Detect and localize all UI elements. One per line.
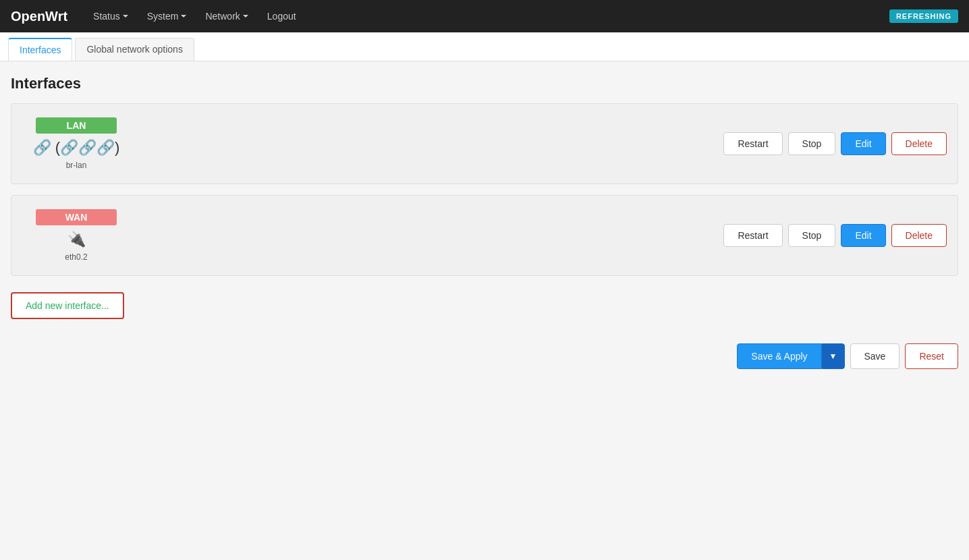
save-apply-caret-button[interactable]: ▼ (822, 343, 845, 369)
nav-logout[interactable]: Logout (258, 0, 306, 32)
lan-restart-button[interactable]: Restart (723, 132, 782, 155)
tab-global-network-options[interactable]: Global network options (75, 38, 194, 61)
wan-stop-button[interactable]: Stop (788, 224, 836, 247)
brand-logo[interactable]: OpenWrt (11, 9, 67, 24)
tab-interfaces[interactable]: Interfaces (8, 38, 72, 61)
lan-label: LAN (36, 117, 117, 134)
lan-device: br-lan (66, 161, 87, 170)
nav-status-caret (123, 15, 128, 18)
interface-card-wan: WAN 🔌 eth0.2 Restart Stop Edit Delete (11, 195, 958, 276)
reset-button[interactable]: Reset (905, 343, 958, 369)
wan-edit-button[interactable]: Edit (841, 224, 885, 247)
nav-status[interactable]: Status (84, 0, 138, 32)
nav-network-caret (243, 15, 248, 18)
nav-network[interactable]: Network (196, 0, 257, 32)
page-title: Interfaces (11, 75, 958, 92)
wan-device: eth0.2 (65, 252, 87, 262)
save-button[interactable]: Save (850, 343, 900, 369)
navbar: OpenWrt Status System Network Logout REF… (0, 0, 969, 32)
main-content: Interfaces LAN 🔗 (🔗🔗🔗) br-lan Restart St… (0, 61, 969, 391)
wan-info: WAN 🔌 eth0.2 (22, 209, 130, 262)
lan-actions: Restart Stop Edit Delete (723, 132, 947, 155)
nav-system[interactable]: System (138, 0, 196, 32)
interface-card-lan: LAN 🔗 (🔗🔗🔗) br-lan Restart Stop Edit Del… (11, 103, 958, 184)
add-interface-button[interactable]: Add new interface... (11, 292, 124, 319)
wan-restart-button[interactable]: Restart (723, 224, 782, 247)
save-apply-group: Save & Apply ▼ (737, 343, 844, 369)
wan-label: WAN (36, 209, 117, 225)
wan-icon: 🔌 (67, 231, 86, 248)
refreshing-badge: REFRESHING (889, 9, 958, 23)
lan-info: LAN 🔗 (🔗🔗🔗) br-lan (22, 117, 130, 170)
wan-actions: Restart Stop Edit Delete (723, 224, 947, 247)
lan-icon: 🔗 (🔗🔗🔗) (33, 139, 120, 157)
save-apply-button[interactable]: Save & Apply (737, 343, 821, 369)
tabs-bar: Interfaces Global network options (0, 32, 969, 61)
wan-delete-button[interactable]: Delete (891, 224, 947, 247)
footer-actions: Save & Apply ▼ Save Reset (11, 335, 958, 377)
lan-delete-button[interactable]: Delete (891, 132, 947, 155)
lan-edit-button[interactable]: Edit (841, 132, 885, 155)
nav-system-caret (181, 15, 186, 18)
lan-stop-button[interactable]: Stop (788, 132, 836, 155)
